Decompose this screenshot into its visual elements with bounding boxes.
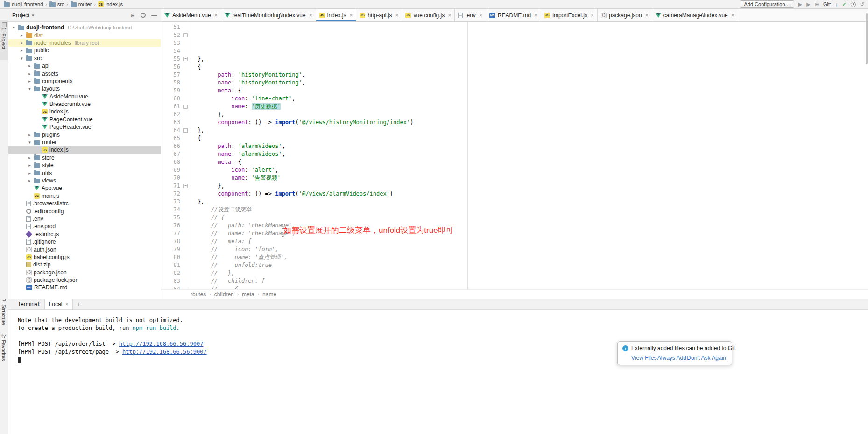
new-terminal-session-button[interactable]: + (73, 299, 85, 309)
tree-item[interactable]: ▸dist (8, 31, 161, 39)
tree-item[interactable]: ▸components (8, 77, 161, 85)
close-icon[interactable]: × (645, 12, 649, 19)
tree-item[interactable]: ▸plugins (8, 131, 161, 138)
history-icon[interactable] (851, 2, 856, 7)
run-icon[interactable]: ▶ (798, 1, 802, 7)
chevron-down-icon[interactable]: ▾ (11, 25, 16, 30)
git-update-icon[interactable]: ↓ (835, 1, 838, 7)
git-commit-icon[interactable]: ✓ (842, 1, 847, 7)
editor-tab[interactable]: cameraManage\index.vue× (652, 9, 738, 21)
tree-item[interactable]: index.js (8, 108, 161, 115)
chevron-right-icon[interactable]: ▸ (19, 48, 24, 53)
breadcrumb-item[interactable]: index.js (98, 1, 123, 7)
tool-window-favorites-button[interactable]: 2: Favorites (0, 334, 8, 370)
tree-item[interactable]: auth.json (8, 245, 161, 253)
editor-tab[interactable]: importExcel.js× (541, 9, 598, 21)
breadcrumb-item[interactable]: meta (242, 291, 254, 298)
close-icon[interactable]: × (479, 12, 482, 19)
fold-icon[interactable]: − (183, 33, 188, 37)
breadcrumb-item[interactable]: routes (191, 291, 206, 298)
chevron-down-icon[interactable]: ▾ (27, 140, 32, 145)
tree-item[interactable]: ▸utils (8, 169, 161, 176)
close-icon[interactable]: × (214, 12, 218, 19)
close-icon[interactable]: × (731, 12, 734, 19)
terminal-link[interactable]: http://192.168.66.56:9007 (119, 341, 204, 347)
notification-action[interactable]: Always Add (657, 355, 686, 361)
hide-panel-icon[interactable]: — (151, 12, 157, 19)
tree-item[interactable]: ▾duoji-frontendD:\zheheWeb\duoji-fronten… (8, 24, 161, 31)
editor-tab[interactable]: index.js× (316, 9, 357, 21)
fold-icon[interactable]: − (183, 57, 188, 61)
project-panel-title[interactable]: Project (12, 12, 29, 19)
tree-item[interactable]: ▸node_moduleslibrary root (8, 39, 161, 47)
notification-action[interactable]: Don't Ask Again (687, 355, 726, 361)
chevron-down-icon[interactable]: ▾ (32, 13, 34, 18)
tree-item[interactable]: package.json (8, 269, 161, 276)
code-lines[interactable]: 如需设置展开的二级菜单，unfold设置为true即可 },{ path: 'h… (190, 22, 868, 289)
editor-tab[interactable]: http-api.js× (356, 9, 402, 21)
chevron-right-icon[interactable]: ▸ (27, 178, 32, 183)
tree-item[interactable]: ▸assets (8, 70, 161, 77)
chevron-down-icon[interactable]: ▾ (27, 86, 32, 91)
tree-item[interactable]: ▸store (8, 154, 161, 161)
tree-item[interactable]: ▸api (8, 62, 161, 70)
tree-item[interactable]: .gitignore (8, 238, 161, 245)
tree-item[interactable]: ▾src (8, 55, 161, 62)
chevron-right-icon[interactable]: ▸ (27, 163, 32, 168)
chevron-right-icon[interactable]: ▸ (27, 155, 32, 160)
editor-tab[interactable]: .env× (455, 9, 486, 21)
chevron-right-icon[interactable]: ▸ (27, 79, 32, 84)
close-icon[interactable]: × (448, 12, 451, 19)
chevron-down-icon[interactable]: ▾ (19, 56, 24, 61)
editor-tab[interactable]: realTimeMonitoring\index.vue× (221, 9, 316, 21)
code-editor[interactable]: 5152−535455−565758596061−626364−65666768… (161, 22, 868, 289)
tree-item[interactable]: babel.config.js (8, 253, 161, 261)
tree-item[interactable]: index.js (8, 146, 161, 154)
breadcrumb-item[interactable]: name (262, 291, 276, 298)
editor-tab[interactable]: package.json× (598, 9, 652, 21)
tree-item[interactable]: .env.prod (8, 223, 161, 230)
close-icon[interactable]: × (591, 12, 594, 19)
chevron-right-icon[interactable]: ▸ (19, 33, 24, 38)
tree-item[interactable]: Breadcrumb.vue (8, 100, 161, 108)
tree-item[interactable]: .editorconfig (8, 207, 161, 215)
rollback-icon[interactable]: ↺ (860, 1, 864, 7)
tree-item[interactable]: ▸style (8, 161, 161, 169)
terminal-tab-local[interactable]: Local × (44, 299, 73, 309)
chevron-right-icon[interactable]: ▸ (27, 171, 32, 175)
tree-item[interactable]: .eslintrc.js (8, 231, 161, 238)
chevron-right-icon[interactable]: ▸ (27, 133, 32, 137)
tree-item[interactable]: PageContent.vue (8, 116, 161, 123)
breadcrumb-item[interactable]: src (49, 1, 64, 7)
tree-item[interactable]: README.md (8, 284, 161, 291)
chevron-right-icon[interactable]: ▸ (27, 71, 32, 76)
tree-item[interactable]: PageHeader.vue (8, 123, 161, 131)
close-icon[interactable]: × (349, 12, 353, 19)
add-configuration-button[interactable]: Add Configuration... (740, 0, 794, 8)
fold-icon[interactable]: − (183, 128, 188, 133)
breadcrumb-item[interactable]: children (214, 291, 234, 298)
fold-icon[interactable]: − (183, 105, 188, 109)
close-icon[interactable]: × (395, 12, 398, 19)
gear-icon[interactable] (141, 13, 146, 18)
editor-tab[interactable]: README.md× (486, 9, 541, 21)
fold-icon[interactable]: − (183, 184, 188, 188)
close-icon[interactable]: × (65, 301, 68, 308)
close-icon[interactable]: × (309, 12, 312, 19)
terminal-body[interactable]: Note that the development build is not o… (8, 310, 868, 434)
breadcrumb-item[interactable]: duoji-frontend (4, 1, 43, 7)
tree-item[interactable]: main.js (8, 192, 161, 200)
close-icon[interactable]: × (534, 12, 537, 19)
chevron-right-icon[interactable]: ▸ (19, 41, 24, 45)
tree-item[interactable]: ▾layouts (8, 85, 161, 92)
chevron-right-icon[interactable]: ▸ (27, 63, 32, 68)
tree-item[interactable]: dist.zip (8, 261, 161, 268)
editor-tab[interactable]: vue.config.js× (402, 9, 455, 21)
tree-item[interactable]: ▸views (8, 177, 161, 184)
tool-window-structure-button[interactable]: 7: Structure (0, 299, 8, 336)
tree-item[interactable]: .env (8, 215, 161, 223)
tree-item[interactable]: package-lock.json (8, 276, 161, 284)
tree-item[interactable]: AsideMenu.vue (8, 93, 161, 100)
breadcrumb-item[interactable]: router (71, 1, 92, 7)
terminal-link[interactable]: http://192.168.66.56:9007 (122, 349, 207, 355)
